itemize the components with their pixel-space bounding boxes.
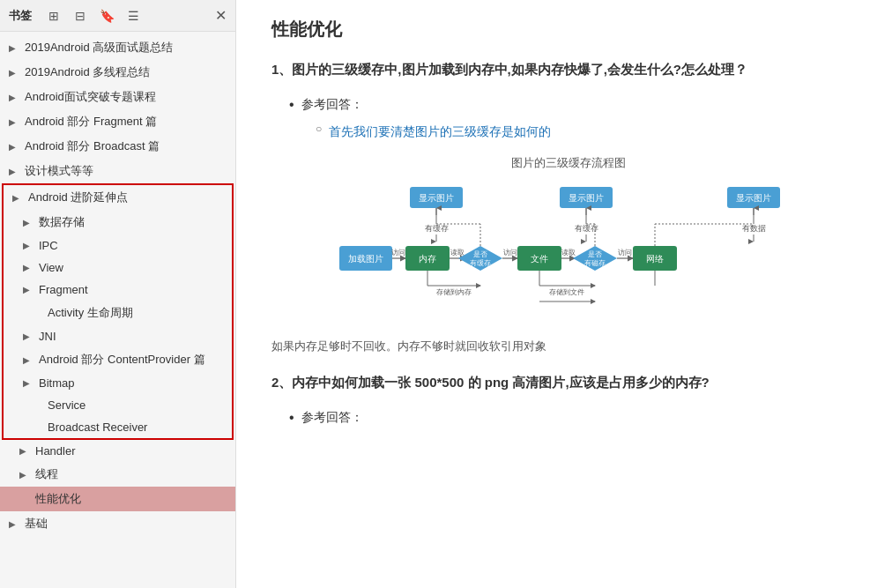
sidebar-item-4[interactable]: ▶ Android 部分 Fragment 篇 [0,109,235,134]
sidebar-item-9[interactable]: ▶ IPC [4,234,232,257]
diagram-title: 图片的三级缓存流程图 [271,155,866,171]
sidebar-item-16[interactable]: ▶ Service [4,394,232,416]
svg-text:显示图片: 显示图片 [419,193,454,203]
sub-answer-1: ○ 首先我们要清楚图片的三级缓存是如何的 [316,123,866,141]
sidebar-item-label: 性能优化 [35,491,228,507]
sidebar-item-11[interactable]: ▶ Fragment [4,279,232,301]
svg-text:有磁存: 有磁存 [584,259,606,267]
flow-diagram: 显示图片 显示图片 显示图片 有缓存 有缓存 有数据 [335,180,802,321]
sidebar-item-label: Android 部分 Broadcast 篇 [25,138,228,154]
svg-text:读取: 读取 [450,249,465,257]
chevron-icon: ▶ [9,117,21,127]
question-2: 2、内存中如何加载一张 500*500 的 png 高清图片,应该是占用多少的内… [271,372,866,393]
sidebar-item-label: Fragment [39,283,225,296]
sidebar-toolbar: 书签 ⊞ ⊟ 🔖 ☰ ✕ [0,0,235,32]
diagram-container: 图片的三级缓存流程图 显示图片 显示图片 显示图片 有缓存 有缓存 [271,155,866,324]
chevron-icon: ▶ [9,519,21,529]
sidebar-item-18[interactable]: ▶ Handler [0,440,235,462]
chevron-icon: ▶ [23,378,35,388]
chevron-icon: ▶ [12,193,25,203]
svg-text:显示图片: 显示图片 [736,193,771,203]
sidebar-item-2[interactable]: ▶ 2019Android 多线程总结 [0,60,235,85]
sidebar-item-14[interactable]: ▶ Android 部分 ContentProvider 篇 [4,347,232,372]
sidebar-item-8[interactable]: ▶ 数据存储 [4,210,232,234]
sidebar-item-label: Android 部分 ContentProvider 篇 [39,352,225,368]
svg-text:是否: 是否 [588,250,602,258]
chevron-icon: ▶ [23,241,35,250]
sidebar-item-label: Service [48,398,225,412]
sidebar-item-17[interactable]: ▶ Broadcast Receiver [4,416,232,438]
svg-text:网络: 网络 [646,254,664,264]
answer-section-1: • 参考回答： ○ 首先我们要清楚图片的三级缓存是如何的 [289,94,866,141]
svg-text:文件: 文件 [531,254,548,264]
sidebar-item-label: Broadcast Receiver [48,421,225,434]
chevron-icon: ▶ [9,142,21,152]
note-text: 如果内存足够时不回收。内存不够时就回收软引用对象 [271,339,866,354]
bullet-icon: • [289,94,294,115]
sidebar-item-3[interactable]: ▶ Android面试突破专题课程 [0,85,235,109]
answer-ref-2: 参考回答： [301,407,363,427]
circle-icon: ○ [316,123,322,135]
sidebar-item-label: 2019Android 高级面试题总结 [25,40,228,56]
bookmark-icon[interactable]: 🔖 [97,6,116,26]
sidebar-item-label: 数据存储 [39,214,225,230]
sidebar-item-label: 线程 [35,466,228,482]
diagram-svg: 显示图片 显示图片 显示图片 有缓存 有缓存 有数据 [335,180,802,324]
close-icon[interactable]: ✕ [215,7,227,24]
svg-text:有缓存: 有缓存 [470,259,491,267]
sidebar-item-label: View [39,261,225,274]
chevron-icon: ▶ [19,446,32,456]
sidebar-item-label: Android面试突破专题课程 [25,89,228,105]
svg-text:读取: 读取 [561,249,576,257]
sidebar: 书签 ⊞ ⊟ 🔖 ☰ ✕ ▶ 2019Android 高级面试题总结 ▶ 201… [0,0,236,588]
main-content: 性能优化 1、图片的三级缓存中,图片加载到内存中,如果内存快爆了,会发生什么?怎… [236,0,892,588]
sidebar-item-label: JNI [39,330,225,343]
sidebar-item-label: Bitmap [39,376,225,390]
sidebar-item-5[interactable]: ▶ Android 部分 Broadcast 篇 [0,134,235,159]
sidebar-item-7[interactable]: ▶ Android 进阶延伸点 [4,185,232,210]
svg-text:访问: 访问 [391,249,405,257]
answer-section-2: • 参考回答： [289,407,866,428]
sidebar-item-10[interactable]: ▶ View [4,257,232,279]
sidebar-item-label: Android 进阶延伸点 [28,190,225,205]
svg-text:显示图片: 显示图片 [569,193,604,203]
collapse-icon[interactable]: ⊟ [71,6,90,26]
svg-text:有数据: 有数据 [742,224,766,233]
chevron-icon: ▶ [23,355,35,365]
chevron-icon: ▶ [23,285,35,294]
sidebar-item-label: 设计模式等等 [25,163,228,179]
bullet-item-2: • 参考回答： [289,407,866,428]
sidebar-item-12[interactable]: ▶ Activity 生命周期 [4,301,232,325]
expand-icon[interactable]: ⊞ [44,6,63,26]
svg-text:有缓存: 有缓存 [425,224,449,233]
sidebar-item-label: 2019Android 多线程总结 [25,64,228,80]
sub-text-1: 首先我们要清楚图片的三级缓存是如何的 [329,123,551,141]
sidebar-item-1[interactable]: ▶ 2019Android 高级面试题总结 [0,35,235,60]
sidebar-item-13[interactable]: ▶ JNI [4,325,232,347]
page-title: 性能优化 [271,18,866,41]
chevron-icon: ▶ [23,218,35,227]
sidebar-item-19[interactable]: ▶ 线程 [0,462,235,487]
sidebar-item-21[interactable]: ▶ 基础 [0,511,235,536]
answer-ref-1: 参考回答： [301,94,363,114]
chevron-icon: ▶ [23,331,35,341]
sidebar-item-20[interactable]: ▶ 性能优化 [0,487,235,511]
sidebar-item-label: Handler [35,444,228,458]
sidebar-item-label: IPC [39,239,225,252]
sidebar-item-label: 基础 [25,516,228,532]
sidebar-list: ▶ 2019Android 高级面试题总结 ▶ 2019Android 多线程总… [0,32,235,588]
list-icon[interactable]: ☰ [123,6,143,26]
sidebar-item-6[interactable]: ▶ 设计模式等等 [0,159,235,183]
bullet-icon-2: • [289,407,294,428]
sidebar-label: 书签 [9,8,32,24]
svg-text:加载图片: 加载图片 [348,254,383,264]
sidebar-item-15[interactable]: ▶ Bitmap [4,372,232,394]
sidebar-item-label: Activity 生命周期 [48,305,225,321]
svg-text:内存: 内存 [419,254,436,264]
question-1: 1、图片的三级缓存中,图片加载到内存中,如果内存快爆了,会发生什么?怎么处理？ [271,59,866,80]
svg-text:存储到文件: 存储到文件 [549,288,584,296]
chevron-icon: ▶ [19,470,32,480]
chevron-icon: ▶ [23,263,35,272]
group-box: ▶ Android 进阶延伸点 ▶ 数据存储 ▶ IPC ▶ View ▶ Fr… [2,183,234,440]
sub-bullet-1: ○ 首先我们要清楚图片的三级缓存是如何的 [316,123,866,141]
